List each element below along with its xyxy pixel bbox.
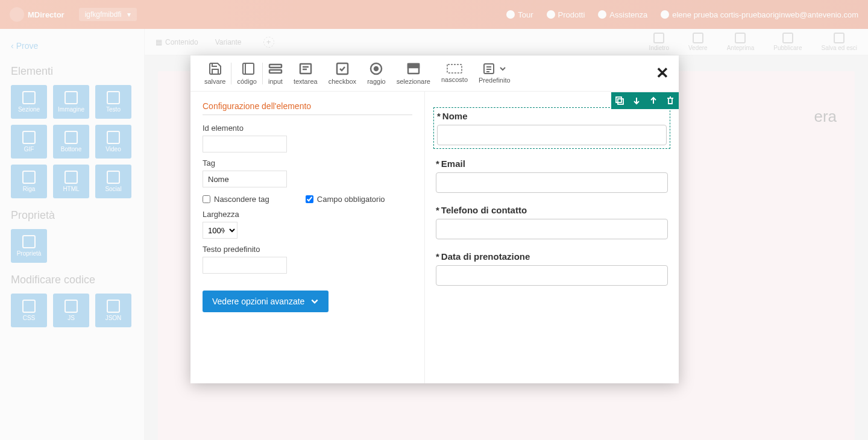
hide-tag-checkbox[interactable]: Nascondere tag bbox=[203, 195, 269, 204]
checkbox-icon bbox=[335, 61, 350, 76]
chevron-down-icon bbox=[500, 66, 506, 72]
modal-toolbar: salvare código input textarea bbox=[190, 55, 679, 92]
advanced-options-button[interactable]: Vedere opzioni avanzate bbox=[203, 291, 329, 312]
field-label: *Nome bbox=[437, 111, 667, 121]
chevron-down-icon bbox=[310, 297, 319, 306]
toolbar-select[interactable]: selezionare bbox=[391, 55, 436, 92]
preview-field-email[interactable]: *Email bbox=[436, 159, 668, 193]
required-check-input[interactable] bbox=[306, 195, 313, 203]
field-input[interactable] bbox=[437, 125, 667, 145]
toolbar-radio[interactable]: raggio bbox=[362, 55, 391, 92]
code-icon bbox=[240, 61, 254, 76]
default-text-input[interactable] bbox=[203, 257, 287, 274]
close-icon[interactable]: ✕ bbox=[656, 64, 669, 83]
hidden-icon bbox=[446, 63, 463, 74]
preview-field-nome[interactable]: *Nome bbox=[436, 110, 668, 146]
toolbar-code[interactable]: código bbox=[231, 55, 262, 92]
move-down-icon[interactable] bbox=[628, 92, 645, 109]
duplicate-icon[interactable] bbox=[611, 92, 628, 109]
field-label: *Data di prenotazione bbox=[436, 251, 668, 262]
svg-point-9 bbox=[374, 67, 378, 71]
hide-tag-check-input[interactable] bbox=[203, 195, 210, 203]
textarea-icon bbox=[298, 61, 313, 76]
id-input[interactable] bbox=[203, 136, 287, 152]
toolbar-input[interactable]: input bbox=[263, 55, 288, 92]
svg-rect-18 bbox=[618, 99, 623, 104]
field-label: *Telefono di contatto bbox=[436, 205, 668, 215]
select-icon bbox=[406, 61, 421, 76]
preview-field-toolbar bbox=[611, 92, 679, 109]
config-title: Configurazione dell'elemento bbox=[203, 101, 412, 115]
element-config-modal: salvare código input textarea bbox=[190, 55, 679, 383]
preview-field-telefono[interactable]: *Telefono di contatto bbox=[436, 205, 668, 239]
width-select[interactable]: 100% bbox=[203, 222, 237, 239]
toolbar-save[interactable]: salvare bbox=[199, 55, 231, 92]
width-label: Larghezza bbox=[203, 210, 412, 219]
tag-input[interactable] bbox=[203, 171, 287, 187]
delete-icon[interactable] bbox=[662, 92, 679, 109]
preview-field-data[interactable]: *Data di prenotazione bbox=[436, 251, 668, 286]
field-input[interactable] bbox=[436, 219, 668, 239]
toolbar-preset[interactable]: Predefinito bbox=[473, 55, 516, 92]
preview-panel: *Nome *Email *Telefono di contatto *Data… bbox=[424, 92, 679, 383]
toolbar-hidden[interactable]: nascosto bbox=[436, 55, 473, 92]
tag-label: Tag bbox=[203, 159, 412, 168]
save-icon bbox=[208, 61, 222, 76]
radio-icon bbox=[369, 61, 383, 76]
field-input[interactable] bbox=[436, 265, 668, 286]
svg-rect-12 bbox=[447, 64, 462, 73]
svg-rect-3 bbox=[269, 70, 281, 73]
preset-icon bbox=[483, 63, 506, 75]
svg-rect-2 bbox=[269, 64, 281, 68]
id-label: Id elemento bbox=[203, 124, 412, 133]
default-text-label: Testo predefinito bbox=[203, 245, 412, 254]
svg-rect-1 bbox=[245, 63, 254, 74]
toolbar-textarea[interactable]: textarea bbox=[288, 55, 323, 92]
input-icon bbox=[268, 61, 283, 76]
toolbar-checkbox[interactable]: checkbox bbox=[323, 55, 362, 92]
required-checkbox[interactable]: Campo obbligatorio bbox=[306, 195, 385, 204]
config-panel: Configurazione dell'elemento Id elemento… bbox=[190, 92, 424, 383]
move-up-icon[interactable] bbox=[645, 92, 662, 109]
field-label: *Email bbox=[436, 159, 668, 169]
field-input[interactable] bbox=[436, 172, 668, 193]
svg-rect-11 bbox=[408, 64, 419, 68]
svg-rect-17 bbox=[616, 97, 621, 102]
